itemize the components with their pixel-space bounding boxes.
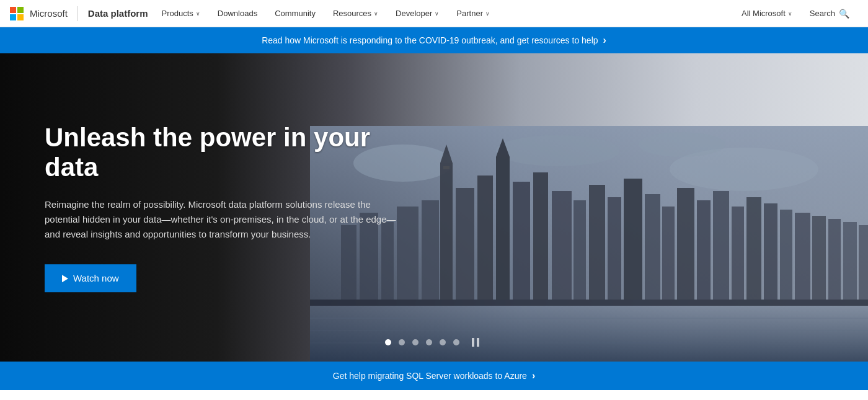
svg-rect-13 [456,188,474,300]
covid-banner[interactable]: Read how Microsoft is responding to the … [0,27,868,53]
svg-rect-21 [589,185,605,300]
svg-rect-20 [574,200,586,300]
svg-rect-32 [780,210,792,300]
svg-rect-22 [608,197,621,300]
covid-banner-text: Read how Microsoft is responding to the … [262,35,598,45]
nav-downloads[interactable]: Downloads [209,0,266,27]
svg-rect-9 [422,200,439,300]
svg-rect-34 [812,216,826,300]
svg-rect-28 [713,191,729,300]
nav-partner[interactable]: Partner ∨ [448,0,498,27]
svg-rect-26 [677,188,694,300]
nav-community[interactable]: Community [266,0,324,27]
svg-rect-33 [795,213,810,300]
site-name: Data platform [88,8,148,19]
carousel-dot-3[interactable] [412,339,418,345]
chevron-down-icon-partner: ∨ [485,11,490,17]
bottom-banner-text: Get help migrating SQL Server workloads … [333,371,527,381]
hero-content: Unleash the power in your data Reimagine… [45,123,417,293]
svg-rect-15 [496,157,510,300]
chevron-down-icon-allms: ∨ [788,11,792,17]
nav-right: All Microsoft ∨ Search 🔍 [733,0,858,27]
chevron-right-icon-bottom: › [532,370,535,381]
ms-logo-blue [10,14,16,20]
ms-logo-grid [10,7,24,20]
svg-rect-23 [624,179,642,300]
pause-bar-left [472,338,474,347]
search-icon: 🔍 [839,9,849,19]
ms-logo-yellow [17,14,24,20]
nav-links: Products ∨ Downloads Community Resources… [153,0,733,27]
svg-rect-31 [764,203,777,300]
svg-rect-17 [513,182,530,300]
svg-rect-18 [533,172,548,300]
svg-point-4 [639,132,725,157]
svg-rect-12 [443,166,450,169]
svg-rect-14 [477,176,493,300]
hero-title: Unleash the power in your data [45,123,417,183]
pause-bar-right [477,338,479,347]
ms-logo-green [17,7,24,13]
main-nav: Microsoft Data platform Products ∨ Downl… [0,0,868,27]
carousel-pause-button[interactable] [472,338,483,347]
nav-divider [78,6,78,21]
chevron-down-icon: ∨ [196,11,200,17]
svg-rect-29 [732,207,744,300]
ms-logo-red [10,7,16,13]
search-button[interactable]: Search 🔍 [801,0,858,27]
carousel-dot-4[interactable] [426,339,432,345]
chevron-right-icon: › [603,35,606,46]
svg-rect-35 [828,219,841,300]
svg-rect-27 [697,200,711,300]
nav-products[interactable]: Products ∨ [153,0,209,27]
watch-now-button[interactable]: Watch now [45,264,136,292]
nav-resources[interactable]: Resources ∨ [324,0,387,27]
svg-rect-10 [440,163,453,300]
nav-developer[interactable]: Developer ∨ [387,0,448,27]
play-icon [62,275,68,282]
brand-name: Microsoft [30,8,68,19]
bottom-banner[interactable]: Get help migrating SQL Server workloads … [0,362,868,390]
svg-rect-19 [552,191,572,300]
svg-rect-37 [859,225,868,300]
carousel-dot-5[interactable] [440,339,446,345]
svg-rect-36 [843,222,857,300]
svg-rect-30 [746,197,761,300]
svg-rect-39 [310,306,868,362]
hero-description: Reimagine the realm of possibility. Micr… [45,197,404,242]
hero-section: Unleash the power in your data Reimagine… [0,53,868,362]
microsoft-logo-link[interactable]: Microsoft [10,7,68,20]
all-microsoft-menu[interactable]: All Microsoft ∨ [733,0,801,27]
carousel-dot-6[interactable] [453,339,459,345]
chevron-down-icon-resources: ∨ [374,11,378,17]
carousel-dot-1[interactable] [385,339,391,345]
chevron-down-icon-developer: ∨ [435,11,439,17]
svg-rect-25 [662,207,675,300]
carousel-controls [385,338,483,347]
svg-point-2 [496,135,620,166]
svg-rect-24 [645,194,660,300]
svg-rect-38 [310,300,868,306]
carousel-dot-2[interactable] [399,339,405,345]
